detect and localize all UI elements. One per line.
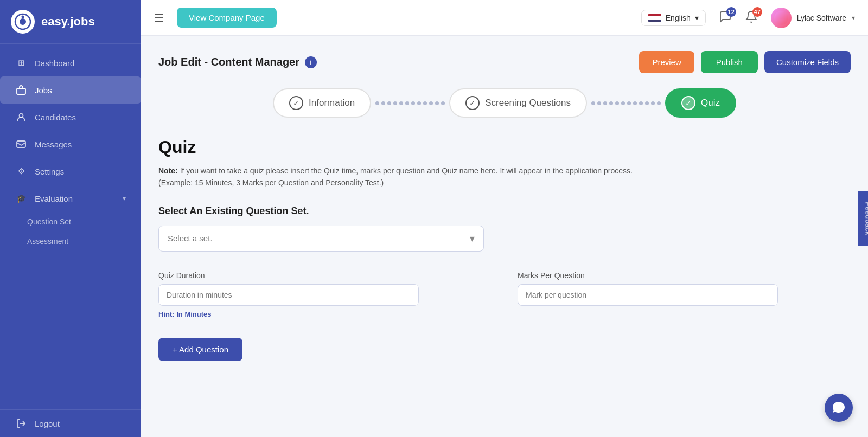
step-quiz[interactable]: ✓ Quiz xyxy=(665,88,736,118)
sidebar-label-dashboard: Dashboard xyxy=(35,59,74,68)
messages-btn[interactable]: 12 xyxy=(719,10,732,25)
candidates-icon xyxy=(15,111,27,123)
marks-label: Marks Per Question xyxy=(518,271,851,280)
sidebar-item-dashboard[interactable]: ⊞ Dashboard xyxy=(0,49,141,76)
question-set-selector[interactable]: Select a set. ▾ xyxy=(158,226,484,252)
select-placeholder: Select a set. xyxy=(168,234,213,243)
flag-icon xyxy=(648,14,661,22)
logo-text: easy.jobs xyxy=(41,15,95,29)
step-check-information: ✓ xyxy=(289,96,303,110)
quiz-note: Note: If you want to take a quiz please … xyxy=(158,165,647,189)
note-text: If you want to take a quiz please insert… xyxy=(158,166,633,187)
dots-1 xyxy=(371,101,449,105)
note-label: Note: xyxy=(158,166,178,175)
page-header: Job Edit - Content Manager i Preview Pub… xyxy=(158,51,851,73)
sidebar-logo: easy.jobs xyxy=(0,0,141,44)
marks-group: Marks Per Question xyxy=(518,271,851,318)
chat-button[interactable] xyxy=(825,394,853,422)
sidebar-item-jobs[interactable]: Jobs xyxy=(0,76,141,104)
step-label-screening: Screening Questions xyxy=(485,98,571,108)
messages-icon xyxy=(15,138,27,150)
duration-group: Quiz Duration Hint: In Minutes xyxy=(158,271,492,318)
alerts-badge: 47 xyxy=(752,7,762,17)
svg-point-6 xyxy=(774,11,788,25)
sidebar-item-messages[interactable]: Messages xyxy=(0,131,141,158)
language-label: English xyxy=(666,14,691,22)
home-icon: ⊞ xyxy=(15,57,27,69)
hint-value: In Minutes xyxy=(176,310,211,318)
sidebar-item-evaluation[interactable]: 🎓 Evaluation ▾ xyxy=(0,185,141,212)
user-name: Lylac Software xyxy=(797,14,846,22)
notifications-btn[interactable]: 47 xyxy=(745,10,758,25)
info-icon[interactable]: i xyxy=(305,56,317,68)
sidebar-label-messages: Messages xyxy=(35,140,72,149)
language-chevron: ▾ xyxy=(695,14,699,22)
svg-rect-3 xyxy=(17,88,25,94)
duration-label: Quiz Duration xyxy=(158,271,492,280)
page-content: Job Edit - Content Manager i Preview Pub… xyxy=(141,36,868,437)
user-chevron: ▾ xyxy=(852,14,855,22)
sidebar-label-jobs: Jobs xyxy=(35,86,52,95)
user-menu[interactable]: Lylac Software ▾ xyxy=(771,8,855,28)
svg-rect-5 xyxy=(17,141,25,147)
step-label-quiz: Quiz xyxy=(701,98,720,108)
sidebar-item-logout[interactable]: Logout xyxy=(0,410,141,437)
publish-button[interactable]: Publish xyxy=(701,51,758,73)
svg-point-2 xyxy=(22,16,24,18)
main-content: ☰ View Company Page English ▾ 12 47 xyxy=(141,0,868,437)
page-title-row: Job Edit - Content Manager i xyxy=(158,56,317,68)
sidebar-label-evaluation: Evaluation xyxy=(35,194,73,203)
add-question-button[interactable]: + Add Question xyxy=(158,338,242,361)
sidebar-label-settings: Settings xyxy=(35,167,64,176)
quiz-title: Quiz xyxy=(158,137,851,157)
messages-badge: 12 xyxy=(726,7,736,17)
hint-text: Hint: In Minutes xyxy=(158,310,492,318)
sidebar-subitem-assessment[interactable]: Assessment xyxy=(0,232,141,251)
page-title: Job Edit - Content Manager xyxy=(158,56,299,68)
chevron-down-icon: ▾ xyxy=(123,195,126,202)
feedback-tab[interactable]: Feedback xyxy=(858,191,868,246)
menu-icon[interactable]: ☰ xyxy=(154,11,164,24)
settings-icon: ⚙ xyxy=(15,165,27,177)
marks-input[interactable] xyxy=(518,284,778,306)
sidebar-group-evaluation: 🎓 Evaluation ▾ Question Set Assessment xyxy=(0,185,141,251)
evaluation-icon: 🎓 xyxy=(15,192,27,204)
logo-icon xyxy=(11,10,35,34)
duration-input[interactable] xyxy=(158,284,419,306)
sidebar: easy.jobs ⊞ Dashboard Jobs Candidate xyxy=(0,0,141,437)
sidebar-label-candidates: Candidates xyxy=(35,113,76,122)
svg-point-1 xyxy=(20,18,26,25)
quiz-section: Quiz Note: If you want to take a quiz pl… xyxy=(158,137,851,361)
dots-2 xyxy=(587,101,665,105)
form-row: Quiz Duration Hint: In Minutes Marks Per… xyxy=(158,271,851,318)
step-check-screening: ✓ xyxy=(465,96,480,110)
step-check-quiz: ✓ xyxy=(681,96,695,110)
sidebar-item-settings[interactable]: ⚙ Settings xyxy=(0,158,141,185)
customize-fields-button[interactable]: Customize Fields xyxy=(764,51,851,73)
sidebar-subitem-question-set[interactable]: Question Set xyxy=(0,212,141,232)
topbar: ☰ View Company Page English ▾ 12 47 xyxy=(141,0,868,36)
view-company-button[interactable]: View Company Page xyxy=(177,8,277,28)
avatar xyxy=(771,8,792,28)
steps-row: ✓ Information ✓ Screening Questions ✓ xyxy=(158,88,851,118)
sidebar-nav: ⊞ Dashboard Jobs Candidates xyxy=(0,49,141,409)
preview-button[interactable]: Preview xyxy=(639,51,694,73)
page-actions: Preview Publish Customize Fields xyxy=(639,51,851,73)
hint-label: Hint: xyxy=(158,310,175,318)
select-section-title: Select An Existing Question Set. xyxy=(158,205,851,217)
sidebar-item-candidates[interactable]: Candidates xyxy=(0,104,141,131)
step-label-information: Information xyxy=(309,98,355,108)
select-arrow-icon: ▾ xyxy=(470,233,475,245)
step-screening[interactable]: ✓ Screening Questions xyxy=(449,88,587,118)
jobs-icon xyxy=(15,84,27,96)
language-selector[interactable]: English ▾ xyxy=(641,10,706,26)
step-information[interactable]: ✓ Information xyxy=(273,88,371,118)
sidebar-bottom: Logout xyxy=(0,409,141,437)
sidebar-label-logout: Logout xyxy=(35,419,60,428)
logout-icon xyxy=(15,417,27,429)
